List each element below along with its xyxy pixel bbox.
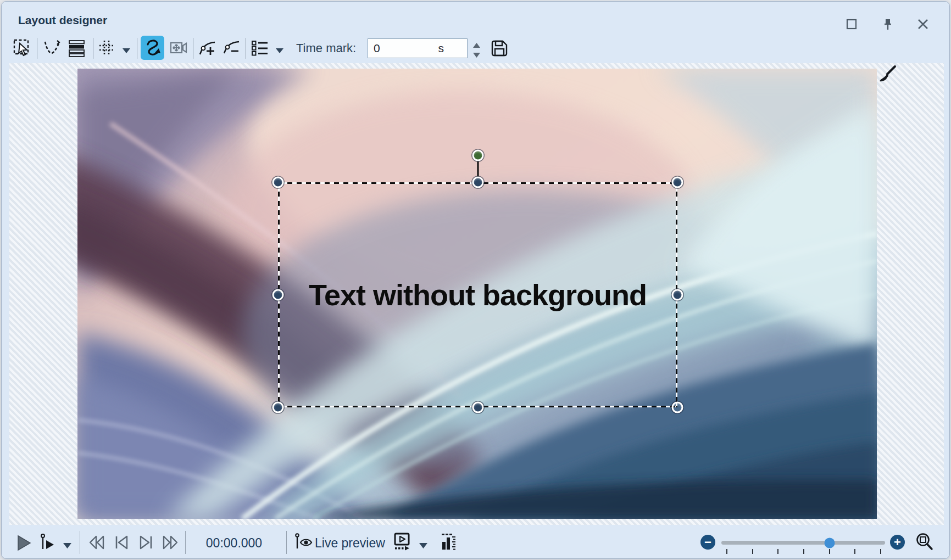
save-icon bbox=[490, 39, 509, 58]
brush-cursor bbox=[875, 64, 897, 91]
zoom-in-button[interactable]: + bbox=[890, 535, 905, 550]
select-area-icon bbox=[13, 38, 32, 58]
forward-button[interactable] bbox=[161, 533, 180, 554]
save-button[interactable] bbox=[488, 37, 510, 60]
text-element-selection[interactable]: Text without background bbox=[278, 182, 677, 407]
resize-handle-bottom-right[interactable] bbox=[672, 402, 683, 413]
zoom-out-button[interactable]: − bbox=[700, 535, 715, 550]
next-frame-icon bbox=[137, 533, 155, 552]
forward-icon bbox=[161, 533, 180, 552]
preview-canvas[interactable]: Text without background bbox=[77, 69, 877, 519]
next-frame-button[interactable] bbox=[137, 533, 155, 554]
play-options-dropdown[interactable] bbox=[63, 541, 71, 551]
transport-separator bbox=[286, 531, 287, 554]
live-preview-label[interactable]: Live preview bbox=[315, 536, 385, 551]
remove-point-icon bbox=[222, 38, 242, 58]
time-mark-value: 0 bbox=[374, 42, 380, 55]
canvas-text[interactable]: Text without background bbox=[278, 182, 677, 407]
grid-icon bbox=[97, 38, 117, 58]
pin-button[interactable] bbox=[878, 15, 897, 33]
toolbar-separator bbox=[37, 38, 37, 59]
window-title: Layout designer bbox=[18, 14, 107, 27]
point-list-dropdown-button[interactable] bbox=[276, 46, 283, 55]
chevron-down-icon bbox=[276, 48, 283, 53]
rewind-icon bbox=[87, 533, 106, 552]
resize-handle-middle-left[interactable] bbox=[272, 289, 284, 301]
chevron-up-icon bbox=[473, 43, 480, 48]
select-curve-tool[interactable] bbox=[41, 37, 63, 60]
resize-handle-bottom-center[interactable] bbox=[472, 402, 483, 413]
preview-window-button[interactable] bbox=[393, 532, 413, 555]
toolbar-separator bbox=[137, 38, 137, 59]
toolbar-separator bbox=[246, 38, 246, 59]
zoom-slider[interactable] bbox=[721, 541, 885, 545]
layout-designer-window: Layout designer bbox=[1, 1, 950, 559]
chevron-down-icon bbox=[419, 543, 427, 548]
select-area-tool[interactable] bbox=[12, 37, 34, 60]
previous-frame-icon bbox=[112, 533, 131, 552]
play-from-marker-icon bbox=[39, 532, 58, 553]
spinner-down-button[interactable] bbox=[473, 50, 480, 60]
preview-options-dropdown[interactable] bbox=[419, 541, 427, 551]
preview-window-icon bbox=[393, 532, 413, 553]
time-mark-input[interactable]: 0 s bbox=[368, 38, 468, 58]
play-icon bbox=[14, 533, 34, 553]
zoom-out-icon: − bbox=[704, 536, 711, 548]
zoom-slider-thumb[interactable] bbox=[824, 537, 835, 548]
layers-tool[interactable] bbox=[66, 37, 88, 60]
draw-curve-tool[interactable] bbox=[141, 36, 164, 60]
resize-handle-top-left[interactable] bbox=[272, 177, 284, 188]
select-curve-icon bbox=[42, 38, 62, 58]
zoom-ticks bbox=[721, 548, 885, 555]
live-preview-toggle[interactable] bbox=[294, 532, 315, 555]
spinner-up-button[interactable] bbox=[473, 40, 480, 50]
zoom-in-icon: + bbox=[894, 536, 901, 548]
grid-tool[interactable] bbox=[96, 37, 118, 60]
point-list-tool[interactable] bbox=[249, 37, 271, 60]
resize-handle-top-center[interactable] bbox=[472, 177, 483, 188]
maximize-icon bbox=[846, 19, 857, 30]
resize-handle-bottom-left[interactable] bbox=[272, 402, 284, 413]
transport-separator bbox=[80, 531, 80, 554]
close-button[interactable] bbox=[914, 15, 932, 33]
live-preview-icon bbox=[294, 532, 315, 553]
play-button[interactable] bbox=[14, 533, 34, 555]
time-mark-spinner bbox=[471, 40, 481, 58]
remove-point-tool[interactable] bbox=[221, 37, 243, 60]
maximize-button[interactable] bbox=[842, 15, 861, 33]
rotation-handle[interactable] bbox=[472, 150, 483, 161]
chevron-down-icon bbox=[123, 48, 130, 53]
resize-handle-middle-right[interactable] bbox=[672, 289, 683, 301]
design-surface: Text without background bbox=[9, 63, 944, 525]
camera-pan-tool[interactable] bbox=[168, 37, 190, 60]
layers-icon bbox=[68, 39, 86, 58]
play-from-marker-button[interactable] bbox=[39, 532, 58, 555]
chevron-down-icon bbox=[63, 543, 71, 548]
rewind-button[interactable] bbox=[87, 533, 106, 554]
levels-button[interactable] bbox=[440, 532, 458, 555]
pin-icon bbox=[882, 18, 894, 30]
grid-dropdown-button[interactable] bbox=[123, 46, 130, 55]
toolbar-separator bbox=[93, 38, 93, 59]
add-point-icon bbox=[198, 38, 218, 58]
time-mark-label: Time mark: bbox=[296, 41, 356, 55]
chevron-down-icon bbox=[473, 53, 480, 58]
transport-separator bbox=[185, 531, 186, 554]
resize-handle-top-right[interactable] bbox=[672, 177, 683, 188]
camera-pan-icon bbox=[169, 38, 189, 58]
previous-frame-button[interactable] bbox=[112, 533, 131, 554]
levels-icon bbox=[440, 532, 458, 553]
brush-icon bbox=[875, 64, 897, 88]
zoom-fit-icon bbox=[915, 532, 936, 553]
close-icon bbox=[917, 18, 929, 30]
zoom-fit-button[interactable] bbox=[915, 532, 936, 555]
time-display: 00:00.000 bbox=[193, 536, 275, 551]
time-mark-unit: s bbox=[438, 42, 444, 55]
point-list-icon bbox=[251, 39, 269, 58]
draw-curve-icon bbox=[142, 37, 163, 58]
toolbar-separator bbox=[193, 38, 193, 59]
add-point-tool[interactable] bbox=[197, 37, 219, 60]
